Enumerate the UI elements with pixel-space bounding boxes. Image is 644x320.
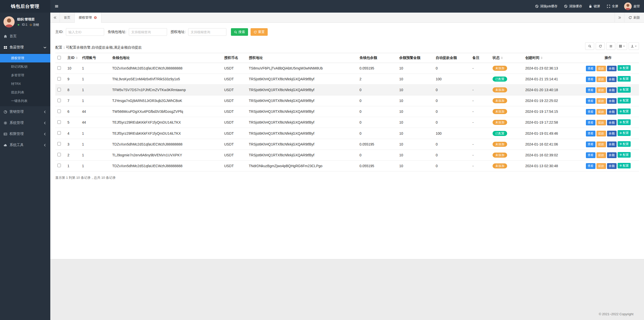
row-action-view-button[interactable]: 查看 [586, 87, 595, 93]
filter-input-2[interactable] [188, 28, 226, 36]
tab-1[interactable]: 授权管理 [75, 13, 101, 23]
row-checkbox[interactable] [57, 77, 61, 81]
reset-button[interactable]: 重置 [251, 28, 268, 36]
row-checkbox[interactable] [57, 110, 61, 113]
export-dropdown-button[interactable] [629, 42, 639, 50]
row-checkbox[interactable] [57, 131, 61, 135]
row-action-config-button[interactable]: 配置 [618, 98, 631, 103]
row-checkbox[interactable] [57, 66, 61, 70]
row-checkbox[interactable] [57, 153, 61, 156]
column-header[interactable]: 主ID [65, 53, 80, 63]
row-action-view-button[interactable]: 查看 [586, 131, 595, 136]
sidebar-group-3[interactable]: 系统管理 [0, 117, 50, 128]
row-action-withdraw-button[interactable]: 提款 [596, 141, 606, 147]
row-action-withdraw-button[interactable]: 提款 [596, 163, 606, 169]
row-action-withdraw-button[interactable]: 提款 [596, 98, 606, 104]
row-action-view-button[interactable]: 查看 [586, 66, 595, 71]
sidebar-subitem-1-4[interactable]: 提款列表 [0, 88, 50, 97]
sidebar-group-5[interactable]: 系统工具 [0, 139, 50, 151]
row-action-balance-button[interactable]: 余额 [607, 77, 617, 82]
row-action-view-button[interactable]: 查看 [586, 152, 595, 158]
gear-icon [619, 67, 622, 69]
row-action-balance-button[interactable]: 余额 [607, 120, 617, 125]
row-checkbox[interactable] [57, 120, 61, 124]
sidebar-item-0[interactable]: 首页 [0, 31, 50, 42]
toggle-view-button[interactable] [606, 42, 615, 50]
refresh-table-button[interactable] [596, 42, 605, 50]
row-action-config-button[interactable]: 配置 [618, 141, 631, 147]
sidebar-subitem-1-0[interactable]: 授权管理 [0, 54, 50, 62]
tab-close-icon[interactable] [94, 16, 97, 19]
column-header-label: 备注 [472, 56, 479, 60]
row-action-withdraw-button[interactable]: 提款 [596, 152, 606, 158]
row-action-balance-button[interactable]: 余额 [607, 163, 617, 169]
row-action-config-button[interactable]: 配置 [618, 87, 631, 92]
tabs-scroll-left-button[interactable] [50, 13, 60, 23]
row-action-config-button[interactable]: 配置 [618, 119, 631, 125]
row-action-balance-button[interactable]: 余额 [607, 87, 617, 93]
select-all-checkbox[interactable] [57, 56, 61, 59]
lock-icon [589, 5, 592, 8]
user-menu[interactable]: 超管 [622, 0, 644, 13]
header-action-0[interactable]: 清除job缓存 [532, 0, 561, 13]
row-action-config-button[interactable]: 配置 [618, 109, 631, 114]
column-header[interactable]: 创建时间 [523, 53, 577, 63]
gear-icon [619, 78, 622, 80]
sidebar-toggle-button[interactable] [50, 0, 63, 13]
row-action-balance-button[interactable]: 余额 [607, 131, 617, 136]
header-action-2[interactable]: 锁屏 [585, 0, 603, 13]
row-action-withdraw-button[interactable]: 提款 [596, 87, 606, 93]
row-action-balance-button[interactable]: 余额 [607, 152, 617, 158]
row-action-view-button[interactable]: 查看 [586, 141, 595, 147]
row-action-view-button[interactable]: 查看 [586, 109, 595, 115]
tabs-scroll-right-button[interactable] [615, 13, 624, 23]
row-action-config-button[interactable]: 配置 [618, 65, 631, 71]
tab-0[interactable]: 首页 [60, 13, 75, 23]
avatar[interactable] [4, 16, 15, 27]
row-action-balance-button[interactable]: 余额 [607, 109, 617, 115]
filter-input-1[interactable] [129, 28, 167, 36]
row-action-view-button[interactable]: 查看 [586, 77, 595, 82]
row-action-view-button[interactable]: 查看 [586, 163, 595, 169]
row-action-config-button[interactable]: 配置 [618, 130, 631, 136]
search-button[interactable]: 搜索 [231, 28, 248, 36]
filter-input-0[interactable] [66, 28, 104, 36]
refresh-page-button[interactable]: 刷新 [624, 13, 644, 23]
row-checkbox[interactable] [57, 99, 61, 102]
sidebar-group-2[interactable]: 营销管理 [0, 106, 50, 117]
cell-auth_address: TRSjst6KhHQ1RTXf8cNfekjGXQAR9tfByf [247, 128, 357, 139]
table-toolbar [585, 42, 639, 50]
sidebar-subitem-1-3[interactable]: 转TRX [0, 80, 50, 88]
sidebar-subitem-1-5[interactable]: 一键杀列表 [0, 97, 50, 105]
row-action-withdraw-button[interactable]: 提款 [596, 109, 606, 115]
columns-dropdown-button[interactable] [617, 42, 627, 50]
cell-remark [470, 128, 491, 139]
row-action-balance-button[interactable]: 余额 [607, 141, 617, 147]
row-checkbox[interactable] [57, 88, 61, 91]
row-action-balance-button[interactable]: 余额 [607, 98, 617, 104]
row-action-withdraw-button[interactable]: 提款 [596, 77, 606, 82]
columns-icon [619, 45, 622, 48]
sidebar-group-4[interactable]: 权限管理 [0, 128, 50, 139]
row-action-withdraw-button[interactable]: 提款 [596, 66, 606, 71]
row-action-config-button[interactable]: 配置 [618, 163, 631, 168]
toggle-search-button[interactable] [585, 42, 594, 50]
row-action-config-button[interactable]: 配置 [618, 152, 631, 158]
row-action-withdraw-button[interactable]: 提款 [596, 120, 606, 125]
sidebar-group-1[interactable]: 鱼苗管理 [0, 42, 50, 53]
row-action-view-button[interactable]: 查看 [586, 98, 595, 104]
header-action-3[interactable]: 全屏 [603, 0, 622, 13]
sidebar-group-label: 营销管理 [10, 110, 41, 114]
select-all-cell [55, 53, 65, 63]
row-action-balance-button[interactable]: 余额 [607, 66, 617, 71]
sidebar-subitem-1-2[interactable]: 多签管理 [0, 71, 50, 80]
row-action-withdraw-button[interactable]: 提款 [596, 131, 606, 136]
column-header[interactable]: 状态 [491, 53, 523, 63]
logout-link[interactable]: 注销 [29, 23, 39, 27]
row-checkbox[interactable] [57, 142, 61, 146]
row-action-view-button[interactable]: 查看 [586, 120, 595, 125]
row-checkbox[interactable] [57, 164, 61, 167]
sidebar-subitem-1-1[interactable]: 助记词私钥 [0, 62, 50, 71]
row-action-config-button[interactable]: 配置 [618, 76, 631, 82]
header-action-1[interactable]: 清除缓存 [561, 0, 585, 13]
